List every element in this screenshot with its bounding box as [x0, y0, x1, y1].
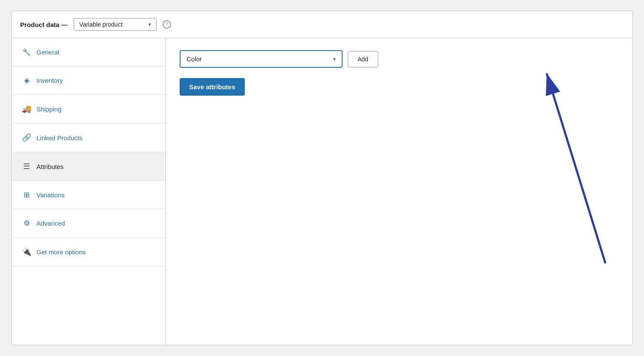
sidebar-label-variations: Variations	[36, 191, 65, 199]
main-content: Color ▾ Add Save attributes	[166, 38, 632, 345]
wrench-icon	[22, 48, 31, 57]
arrow-svg	[355, 64, 569, 287]
sidebar: General ◈ Inventory 🚚 Shipping 🔗 Linked …	[12, 38, 166, 345]
svg-line-1	[547, 73, 605, 263]
gear-icon: ⚙	[22, 219, 31, 228]
sidebar-item-general[interactable]: General	[12, 38, 166, 66]
sidebar-item-inventory[interactable]: ◈ Inventory	[12, 66, 166, 95]
sidebar-label-inventory: Inventory	[36, 77, 63, 84]
sidebar-label-attributes: Attributes	[36, 163, 63, 170]
panel-header: Product data — Variable product ▾ ?	[12, 11, 632, 38]
sidebar-item-attributes[interactable]: ☰ Attributes	[12, 152, 166, 181]
sidebar-item-get-more-options[interactable]: 🔌 Get more options	[12, 238, 166, 266]
save-attributes-button[interactable]: Save attributes	[180, 78, 245, 96]
save-attributes-row: Save attributes	[180, 78, 619, 96]
plugin-icon: 🔌	[22, 247, 31, 256]
attribute-row: Color ▾ Add	[180, 50, 619, 68]
panel-body: General ◈ Inventory 🚚 Shipping 🔗 Linked …	[12, 38, 632, 345]
chevron-down-icon: ▾	[148, 21, 151, 27]
attribute-chevron-icon: ▾	[333, 56, 336, 62]
sidebar-item-linked-products[interactable]: 🔗 Linked Products	[12, 124, 166, 152]
layers-icon: ◈	[22, 76, 31, 85]
arrow-annotation	[355, 64, 569, 289]
sidebar-item-advanced[interactable]: ⚙ Advanced	[12, 209, 166, 238]
truck-icon: 🚚	[22, 104, 31, 114]
sidebar-item-shipping[interactable]: 🚚 Shipping	[12, 95, 166, 124]
grid-icon: ⊞	[22, 190, 31, 199]
sidebar-item-variations[interactable]: ⊞ Variations	[12, 181, 166, 209]
product-type-select[interactable]: Variable product ▾	[74, 18, 156, 31]
sidebar-label-general: General	[36, 48, 59, 56]
add-button[interactable]: Add	[348, 51, 378, 67]
sidebar-label-linked-products: Linked Products	[36, 134, 83, 142]
attribute-select-value: Color	[187, 55, 202, 63]
list-icon: ☰	[22, 162, 31, 171]
link-icon: 🔗	[22, 133, 31, 142]
sidebar-label-shipping: Shipping	[36, 106, 61, 113]
sidebar-label-advanced: Advanced	[36, 220, 65, 227]
product-data-title: Product data —	[20, 21, 68, 28]
product-data-panel: Product data — Variable product ▾ ? Gene…	[11, 11, 633, 345]
attribute-select[interactable]: Color ▾	[180, 50, 343, 68]
product-type-value: Variable product	[79, 21, 123, 28]
help-icon[interactable]: ?	[163, 20, 171, 29]
sidebar-label-get-more-options: Get more options	[36, 248, 86, 256]
